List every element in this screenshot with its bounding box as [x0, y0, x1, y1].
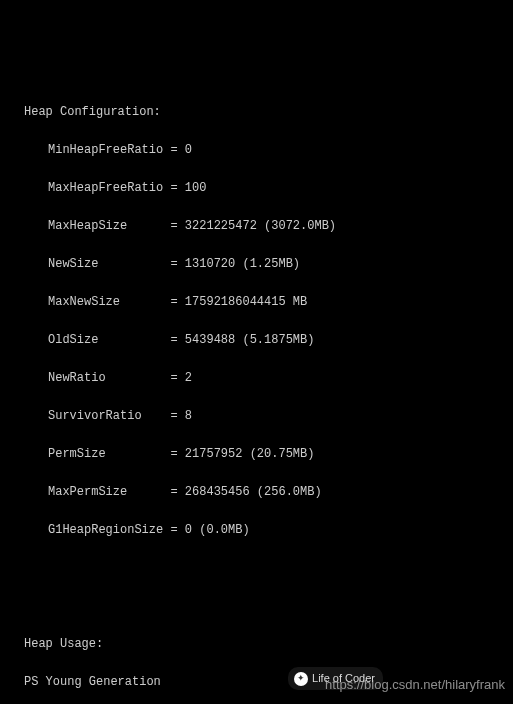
cfg-max-heap-free-ratio: MaxHeapFreeRatio = 100: [48, 179, 513, 198]
watermark-url: https://blog.csdn.net/hilaryfrank: [325, 675, 505, 694]
cfg-g1-heap-region-size: G1HeapRegionSize = 0 (0.0MB): [48, 521, 513, 540]
cfg-max-heap-size: MaxHeapSize = 3221225472 (3072.0MB): [48, 217, 513, 236]
cfg-max-new-size: MaxNewSize = 17592186044415 MB: [48, 293, 513, 312]
cfg-min-heap-free-ratio: MinHeapFreeRatio = 0: [48, 141, 513, 160]
heap-configuration: Heap Configuration: MinHeapFreeRatio = 0…: [24, 84, 513, 559]
cfg-new-size: NewSize = 1310720 (1.25MB): [48, 255, 513, 274]
blank-line: [24, 578, 513, 597]
heap-usage-title: Heap Usage:: [24, 635, 513, 654]
cfg-old-size: OldSize = 5439488 (5.1875MB): [48, 331, 513, 350]
cfg-new-ratio: NewRatio = 2: [48, 369, 513, 388]
wechat-icon: ✦: [294, 672, 308, 686]
cfg-max-perm-size: MaxPermSize = 268435456 (256.0MB): [48, 483, 513, 502]
cfg-perm-size: PermSize = 21757952 (20.75MB): [48, 445, 513, 464]
cfg-survivor-ratio: SurvivorRatio = 8: [48, 407, 513, 426]
heap-config-title: Heap Configuration:: [24, 103, 513, 122]
